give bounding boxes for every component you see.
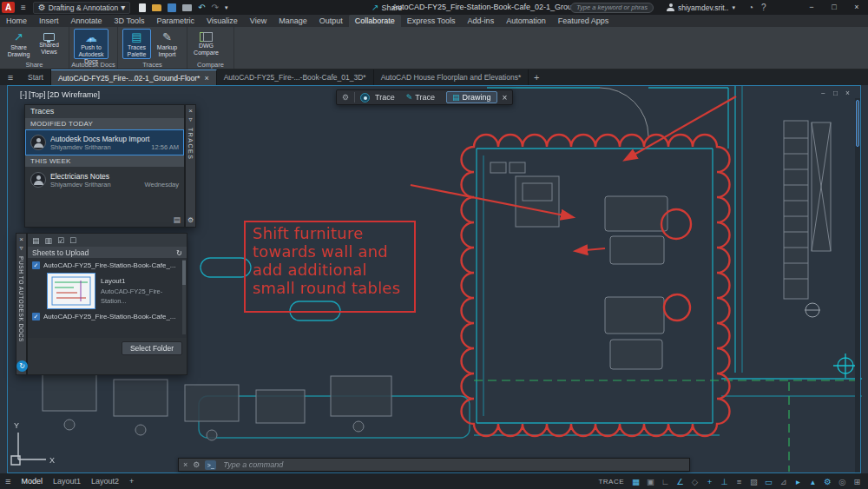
sheets-scrollbar[interactable] xyxy=(182,260,186,334)
markup-import-button[interactable]: ✎ Markup Import xyxy=(153,29,181,59)
annotation-scale-icon[interactable]: ▴ xyxy=(807,477,819,486)
sheet-list-alt-icon[interactable]: ▥ xyxy=(45,236,53,245)
sheet-thumbnail[interactable] xyxy=(47,273,95,309)
shared-views-button[interactable]: Shared Views xyxy=(35,29,63,59)
transparency-icon[interactable]: ▨ xyxy=(748,477,760,486)
select-folder-button[interactable]: Select Folder xyxy=(122,341,182,355)
search-input[interactable] xyxy=(575,3,649,12)
clear-selection-icon[interactable]: ☐ xyxy=(69,236,76,245)
selection-cycling-icon[interactable]: ▭ xyxy=(763,477,774,486)
object-snap-tracking-icon[interactable]: + xyxy=(704,477,715,486)
panel-label-traces[interactable]: Traces xyxy=(118,61,187,69)
ribbon-tab-parametric[interactable]: Parametric xyxy=(150,15,201,27)
save-icon[interactable] xyxy=(168,3,176,12)
new-drawing-tab-button[interactable]: + xyxy=(529,69,544,85)
trace-item-markup-import[interactable]: Autodesk Docs Markup Import Shiyamdev Sr… xyxy=(25,129,184,155)
ribbon-tab-3dtools[interactable]: 3D Tools xyxy=(108,15,151,27)
share-drawing-button[interactable]: ↗ Share Drawing xyxy=(4,29,33,59)
open-file-icon[interactable] xyxy=(152,4,161,11)
ribbon-tab-annotate[interactable]: Annotate xyxy=(65,15,108,27)
app-menu-icon[interactable]: ≡ xyxy=(21,3,26,12)
layout1-tab[interactable]: Layout1 xyxy=(53,477,81,486)
dwg-compare-button[interactable]: DWG Compare xyxy=(192,29,220,59)
ribbon-tab-addins[interactable]: Add-ins xyxy=(462,15,501,27)
drawing-mode-toggle[interactable]: ▤ Drawing xyxy=(446,91,497,103)
viewport-menu-control[interactable]: [-] xyxy=(20,90,27,99)
markup-note[interactable]: Shift furniture towards wall and add add… xyxy=(244,221,416,313)
dynamic-ucs-icon[interactable]: ⊿ xyxy=(778,477,789,486)
file-tab-start[interactable]: Start xyxy=(21,69,51,85)
ribbon-tab-featured-apps[interactable]: Featured Apps xyxy=(552,15,615,27)
ribbon-tab-automation[interactable]: Automation xyxy=(500,15,552,27)
help-icon[interactable]: ? xyxy=(761,3,766,12)
layout2-tab[interactable]: Layout2 xyxy=(91,477,119,486)
file-tabs-menu-icon[interactable]: ≡ xyxy=(0,69,21,85)
new-layout-button[interactable]: + xyxy=(129,477,134,486)
palette-properties-icon[interactable]: ⚙ xyxy=(187,216,194,225)
ribbon-tab-collaborate[interactable]: Collaborate xyxy=(349,15,401,27)
maximize-button[interactable]: □ xyxy=(823,0,845,15)
file-tab-ground-floor[interactable]: AutoCAD-FY25_Fire-...02-1_Ground-Floor* … xyxy=(51,69,217,85)
sheet-row-1[interactable]: ✓ AutoCAD-FY25_Fire-Station-Book-Cafe_..… xyxy=(28,260,187,271)
minimize-button[interactable]: − xyxy=(800,0,823,15)
autocad-logo[interactable]: A xyxy=(2,2,15,13)
trace-report-icon[interactable]: ▤ xyxy=(173,215,181,224)
ribbon-tab-manage[interactable]: Manage xyxy=(273,15,313,27)
layout-menu-icon[interactable]: ≡ xyxy=(5,477,10,486)
redo-icon[interactable]: ↷ xyxy=(212,3,219,12)
grid-icon[interactable]: ▦ xyxy=(630,477,641,486)
annotation-monitor-icon[interactable]: ◎ xyxy=(837,477,848,486)
select-all-sheets-icon[interactable]: ☑ xyxy=(57,236,64,245)
ribbon-tab-visualize[interactable]: Visualize xyxy=(201,15,244,27)
viewport-visual-style-control[interactable]: [2D Wireframe] xyxy=(48,90,101,99)
lineweight-icon[interactable]: ≡ xyxy=(733,477,745,486)
palette-close-icon[interactable]: × xyxy=(188,107,193,116)
trace-close-icon[interactable]: × xyxy=(503,93,508,102)
clean-screen-icon[interactable]: ⊞ xyxy=(852,477,863,486)
snap-icon[interactable]: ▣ xyxy=(645,477,656,486)
ribbon-tab-output[interactable]: Output xyxy=(313,15,349,27)
file-tab-close-icon[interactable]: × xyxy=(204,74,208,83)
sheet-checkbox[interactable]: ✓ xyxy=(32,313,40,320)
palette-close-icon[interactable]: × xyxy=(19,235,23,244)
ribbon-tab-express-tools[interactable]: Express Tools xyxy=(401,15,462,27)
canvas-scrollbar[interactable] xyxy=(855,98,860,472)
palette-autohide-icon[interactable]: ▿ xyxy=(19,244,23,253)
new-file-icon[interactable] xyxy=(139,3,146,12)
doc-close-icon[interactable]: × xyxy=(845,89,850,97)
ribbon-tab-insert[interactable]: Insert xyxy=(33,15,65,27)
isometric-drafting-icon[interactable]: ◇ xyxy=(689,477,700,486)
search-box[interactable] xyxy=(570,3,654,13)
command-line-customize-icon[interactable]: ⚙ xyxy=(193,460,200,469)
ortho-icon[interactable]: ∟ xyxy=(660,477,671,486)
push-to-autodesk-docs-button[interactable]: ☁ ↑ Push to Autodesk Docs xyxy=(74,29,108,59)
trace-mode-toggle[interactable]: ✎ Trace xyxy=(400,91,441,103)
dynamic-input-icon[interactable]: ▸ xyxy=(792,477,804,486)
sheet-thumbnail-row[interactable]: Layout1 AutoCAD-FY25_Fire-Station... xyxy=(47,273,187,309)
sheet-checkbox[interactable]: ✓ xyxy=(32,261,40,269)
undo-icon[interactable]: ↶ xyxy=(198,3,205,12)
file-tab-house-floorplan[interactable]: AutoCAD House Floorplan and Elevations* xyxy=(374,69,529,85)
trace-item-electricians-notes[interactable]: Electricians Notes Shiyamdev Sritharan W… xyxy=(25,167,184,193)
model-tab[interactable]: Model xyxy=(21,477,43,486)
ribbon-tab-home[interactable]: Home xyxy=(0,15,33,27)
ribbon-tab-view[interactable]: View xyxy=(244,15,273,27)
upload-status-icon[interactable]: ↻ xyxy=(16,360,28,372)
panel-label-compare[interactable]: Compare xyxy=(187,61,233,69)
viewport-view-control[interactable]: [Top] xyxy=(29,90,46,99)
qat-customize-icon[interactable]: ▾ xyxy=(225,4,228,10)
workspace-switcher[interactable]: ⚙ Drafting & Annotation ▾ xyxy=(33,2,130,14)
palette-autohide-icon[interactable]: ▿ xyxy=(188,116,192,124)
command-line-close-icon[interactable]: × xyxy=(183,460,187,469)
file-tab-3d[interactable]: AutoCAD-FY25_Fire-...-Book-Cafe_01_3D* xyxy=(217,69,374,85)
command-input[interactable] xyxy=(221,459,685,470)
panel-label-autodesk-docs[interactable]: Autodesk Docs xyxy=(69,61,117,69)
workspace-switching-icon[interactable]: ⚙ xyxy=(822,477,833,486)
polar-tracking-icon[interactable]: ∠ xyxy=(674,477,686,486)
doc-minimize-icon[interactable]: − xyxy=(821,89,825,97)
traces-palette-button[interactable]: ▤ Traces Palette xyxy=(122,29,151,59)
sheet-list-icon[interactable]: ▤ xyxy=(32,236,40,245)
account-menu[interactable]: shiyamdev.srit.. ▾ xyxy=(667,3,735,12)
trace-settings-icon[interactable]: ⚙ xyxy=(342,93,349,102)
doc-restore-icon[interactable]: □ xyxy=(833,89,838,97)
